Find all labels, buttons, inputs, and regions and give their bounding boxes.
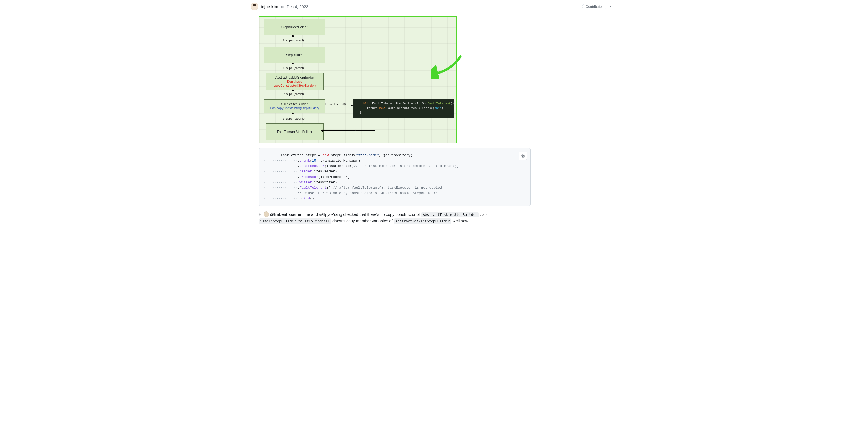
box-label: StepBuilder [286, 53, 303, 57]
comment-date[interactable]: on Dec 4, 2023 [281, 4, 309, 9]
code-content: ········TaskletStep step2 = new StepBuil… [259, 148, 530, 206]
box-label: SimpleStepBuilder [281, 102, 308, 106]
box-label: AbstractTaskletStepBuilder [275, 76, 314, 80]
diagram-guide [421, 16, 421, 143]
box-label-warning: copyConstructor(StepBuilder) [274, 84, 316, 88]
copy-icon [521, 154, 525, 158]
box-label-note: Has copyConstructor(StepBuilder) [270, 106, 319, 110]
annotation-arrow-icon [431, 55, 463, 79]
edge-label: 6. super(parent) [283, 39, 304, 42]
svg-rect-1 [522, 155, 524, 157]
inline-code: SimpleStepBuilder.faultTolerant() [259, 218, 331, 224]
text: doesn't copy member variables of [333, 218, 394, 223]
diagram-box-simplestepbuilder: SimpleStepBuilder Has copyConstructor(St… [264, 99, 325, 113]
mention-avatar[interactable] [264, 211, 269, 217]
arrow-right-icon [351, 104, 354, 107]
inline-code: AbstractTaskletStepBuilder [394, 218, 452, 224]
code-block: ········TaskletStep step2 = new StepBuil… [259, 148, 531, 206]
diagram-box-abstracttaskletstepbuilder: AbstractTaskletStepBuilder Don't have co… [266, 73, 323, 90]
diagram-box-stepbuilderhelper: StepBuilderHelper [264, 19, 325, 35]
user-mention[interactable]: @fmbenhassine [270, 212, 301, 216]
arrow-left-icon [319, 129, 323, 132]
inline-code: AbstractTaskletStepBuilder [421, 212, 479, 217]
edge-label: 4 super(parent) [284, 92, 304, 96]
box-label-warning: Don't have [287, 80, 302, 84]
copy-button[interactable] [519, 152, 527, 160]
text: , so [480, 212, 487, 216]
edge-label: 5. super(parent) [283, 66, 304, 70]
text: , me and @Ilpyo-Yang checked that there'… [302, 212, 421, 216]
diagram-box-faulttolerantstepbuilder: FaultTolerantStepBuilder [266, 124, 323, 140]
author-name[interactable]: injae-kim [261, 4, 278, 9]
contributor-badge: Contributor [582, 4, 606, 9]
edge-label: 2 [355, 128, 356, 131]
diagram-code-snippet: public FaultTolerantStepBuilder<I, O> fa… [353, 99, 454, 117]
diagram-guide [340, 16, 340, 143]
architecture-diagram[interactable]: StepBuilderHelper StepBuilder AbstractTa… [259, 16, 457, 143]
comment-header: injae-kim on Dec 4, 2023 Contributor ··· [251, 3, 615, 10]
edge-label: 3. super(paremt) [283, 117, 305, 120]
svg-rect-0 [522, 156, 524, 157]
diagram-box-stepbuilder: StepBuilder [264, 47, 325, 63]
box-label: FaultTolerantStepBuilder [277, 130, 312, 134]
edge-label: 1. faultTolerant() [324, 103, 346, 106]
comment-body: Hi @fmbenhassine , me and @Ilpyo-Yang ch… [259, 211, 530, 224]
text: well now. [453, 218, 469, 223]
more-actions-icon[interactable]: ··· [610, 4, 615, 9]
author-avatar[interactable] [251, 3, 258, 10]
text: Hi [259, 212, 264, 216]
box-label: StepBuilderHelper [281, 25, 307, 29]
